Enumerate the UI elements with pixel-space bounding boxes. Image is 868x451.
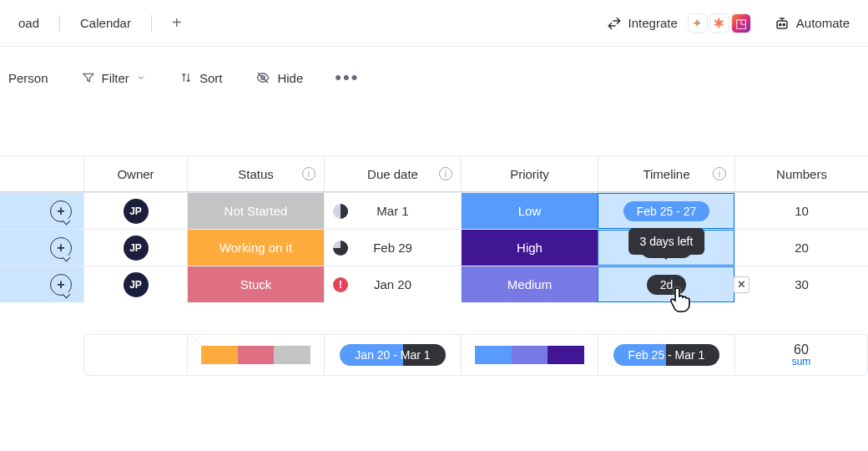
priority-cell[interactable]: Medium bbox=[461, 266, 598, 302]
owner-avatar[interactable]: JP bbox=[124, 236, 149, 261]
status-chip: Stuck bbox=[188, 266, 324, 302]
due-date-value: Mar 1 bbox=[376, 204, 408, 218]
priority-block bbox=[475, 346, 511, 364]
board-table: Owner Status i Due date i Priority Timel… bbox=[0, 155, 868, 376]
priority-chip: High bbox=[462, 230, 598, 266]
header-numbers[interactable]: Numbers bbox=[734, 156, 868, 191]
app-icon-mailchimp[interactable]: ✦ bbox=[688, 13, 708, 33]
tab-load[interactable]: oad bbox=[10, 11, 48, 35]
tab-calendar[interactable]: Calendar bbox=[72, 11, 139, 35]
priority-cell[interactable]: High bbox=[461, 230, 598, 266]
app-icon-hubspot[interactable]: ✱ bbox=[709, 13, 729, 33]
numbers-cell[interactable]: 20 bbox=[734, 230, 868, 266]
due-date-cell[interactable]: Mar 1 bbox=[324, 193, 461, 229]
status-cell[interactable]: Not Started bbox=[187, 193, 324, 229]
summary-numbers[interactable]: 60 sum bbox=[734, 334, 868, 376]
divider bbox=[151, 15, 152, 32]
top-bar: oad Calendar + Integrate ✦ ✱ ◳ Automate bbox=[0, 0, 868, 47]
more-options-button[interactable]: ••• bbox=[328, 63, 366, 92]
header-timeline-label: Timeline bbox=[643, 167, 689, 181]
sort-button[interactable]: Sort bbox=[171, 66, 231, 90]
view-toolbar: Person Filter Sort Hide ••• bbox=[0, 47, 868, 109]
automate-button[interactable]: Automate bbox=[766, 11, 858, 36]
summary-due[interactable]: Jan 20 - Mar 1 bbox=[324, 334, 461, 376]
app-icon-instagram[interactable]: ◳ bbox=[731, 13, 751, 33]
row-lead: + bbox=[0, 230, 83, 266]
due-progress-icon bbox=[333, 204, 348, 219]
due-date-value: Feb 29 bbox=[373, 241, 412, 255]
integration-app-icons: ✦ ✱ ◳ bbox=[688, 13, 751, 33]
header-priority[interactable]: Priority bbox=[461, 156, 598, 191]
numbers-value: 20 bbox=[795, 241, 809, 255]
timeline-cell[interactable]: Feb 25 - 27 bbox=[598, 193, 734, 229]
status-block bbox=[274, 346, 310, 364]
filter-button[interactable]: Filter bbox=[73, 66, 154, 90]
summary-timeline[interactable]: Feb 25 - Mar 1 bbox=[598, 334, 734, 376]
person-label: Person bbox=[8, 71, 48, 85]
owner-cell[interactable]: JP bbox=[83, 193, 187, 229]
table-header-row: Owner Status i Due date i Priority Timel… bbox=[0, 155, 868, 192]
add-comment-icon[interactable]: + bbox=[50, 200, 72, 222]
due-date-cell[interactable]: Feb 29 bbox=[324, 230, 461, 266]
due-progress-icon: ! bbox=[333, 277, 348, 292]
header-status[interactable]: Status i bbox=[187, 156, 324, 191]
add-comment-icon[interactable]: + bbox=[50, 237, 72, 259]
header-due-date[interactable]: Due date i bbox=[324, 156, 461, 191]
summary-owner bbox=[83, 334, 187, 376]
status-chip: Working on it bbox=[188, 230, 324, 266]
owner-avatar[interactable]: JP bbox=[124, 199, 149, 224]
info-icon[interactable]: i bbox=[713, 167, 726, 180]
header-due-label: Due date bbox=[367, 167, 418, 181]
header-owner[interactable]: Owner bbox=[83, 156, 187, 191]
hide-label: Hide bbox=[277, 71, 303, 85]
status-cell[interactable]: Working on it bbox=[187, 230, 324, 266]
hide-button[interactable]: Hide bbox=[247, 65, 311, 90]
priority-block bbox=[548, 346, 583, 364]
status-cell[interactable]: Stuck bbox=[187, 266, 324, 302]
info-icon[interactable]: i bbox=[439, 167, 452, 180]
row-lead: + bbox=[0, 193, 83, 229]
table-row[interactable]: + JP Working on it Feb 29 High 3 days le… bbox=[0, 229, 868, 266]
summary-row: Jan 20 - Mar 1 Feb 25 - Mar 1 60 sum bbox=[0, 334, 868, 376]
numbers-function-label[interactable]: sum bbox=[792, 357, 811, 367]
svg-point-2 bbox=[783, 23, 785, 25]
table-row[interactable]: + JP Not Started Mar 1 Low Feb 25 - 27 1… bbox=[0, 192, 868, 229]
status-block bbox=[201, 346, 237, 364]
header-timeline[interactable]: Timeline i bbox=[598, 156, 734, 191]
svg-rect-0 bbox=[777, 21, 787, 28]
priority-cell[interactable]: Low bbox=[461, 193, 598, 229]
due-date-cell[interactable]: ! Jan 20 bbox=[324, 266, 461, 302]
timeline-summary-pill: Feb 25 - Mar 1 bbox=[613, 344, 720, 366]
info-icon[interactable]: i bbox=[302, 167, 315, 180]
timeline-cell[interactable]: 2d ✕ bbox=[598, 266, 734, 302]
sort-label: Sort bbox=[199, 71, 223, 85]
numbers-cell[interactable]: 10 bbox=[734, 193, 868, 229]
status-chip: Not Started bbox=[188, 193, 324, 229]
person-filter-button[interactable]: Person bbox=[0, 66, 57, 90]
table-row[interactable]: + JP Stuck ! Jan 20 Medium 2d ✕ 30 bbox=[0, 266, 868, 302]
due-progress-icon bbox=[333, 241, 348, 256]
summary-lead bbox=[0, 334, 83, 376]
top-bar-right: Integrate ✦ ✱ ◳ Automate bbox=[598, 8, 858, 38]
sort-icon bbox=[179, 71, 193, 84]
row-lead: + bbox=[0, 266, 83, 302]
integrate-button[interactable]: Integrate ✦ ✱ ◳ bbox=[598, 8, 760, 38]
add-tab-button[interactable]: + bbox=[164, 12, 190, 34]
robot-icon bbox=[775, 16, 790, 31]
owner-cell[interactable]: JP bbox=[83, 230, 187, 266]
summary-status[interactable] bbox=[187, 334, 324, 376]
owner-cell[interactable]: JP bbox=[83, 266, 187, 302]
filter-icon bbox=[82, 71, 95, 84]
chevron-down-icon bbox=[136, 73, 146, 83]
summary-priority[interactable] bbox=[461, 334, 598, 376]
add-comment-icon[interactable]: + bbox=[50, 274, 72, 296]
priority-block bbox=[512, 346, 548, 364]
due-summary-pill: Jan 20 - Mar 1 bbox=[340, 344, 445, 366]
timeline-cell[interactable]: 3 days left bbox=[598, 230, 734, 266]
priority-chip: Medium bbox=[462, 266, 598, 302]
timeline-pill: Feb 25 - 27 bbox=[623, 201, 710, 221]
timeline-pill: 2d ✕ bbox=[647, 275, 687, 295]
numbers-cell[interactable]: 30 bbox=[734, 266, 868, 302]
integrate-icon bbox=[607, 16, 622, 31]
owner-avatar[interactable]: JP bbox=[124, 272, 149, 297]
